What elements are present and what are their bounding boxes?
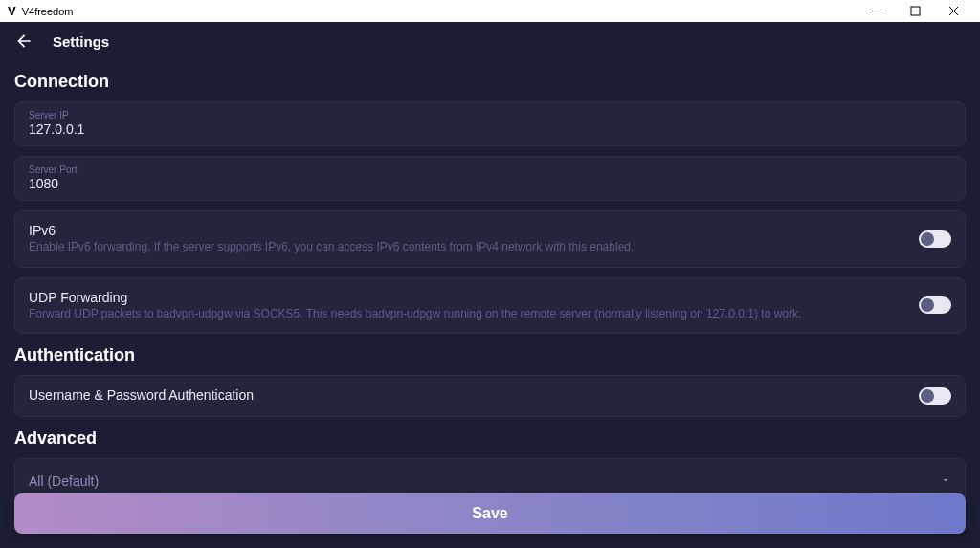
ipv6-title: IPv6 — [29, 223, 907, 238]
ipv6-row: IPv6 Enable IPv6 forwarding. If the serv… — [14, 210, 966, 268]
server-port-label: Server Port — [29, 164, 951, 175]
section-title-connection: Connection — [14, 72, 966, 92]
userpass-auth-title: Username & Password Authentication — [29, 387, 907, 403]
page-title: Settings — [53, 33, 109, 50]
minimize-button[interactable] — [858, 0, 896, 22]
maximize-button[interactable] — [896, 0, 934, 22]
app-title: V4freedom — [22, 6, 858, 17]
server-ip-label: Server IP — [29, 110, 951, 121]
svg-rect-0 — [911, 7, 920, 15]
userpass-auth-toggle[interactable] — [919, 387, 951, 405]
server-ip-field[interactable]: Server IP — [14, 101, 966, 146]
save-button[interactable]: Save — [14, 493, 966, 534]
server-port-input[interactable] — [29, 176, 951, 191]
save-bar: Save — [14, 493, 966, 534]
userpass-auth-row: Username & Password Authentication — [14, 375, 966, 417]
window-title-bar: V V4freedom — [0, 0, 980, 22]
back-button[interactable] — [14, 32, 33, 51]
close-button[interactable] — [934, 0, 972, 22]
server-ip-input[interactable] — [29, 121, 951, 137]
ipv6-toggle[interactable] — [919, 230, 951, 248]
content: Connection Server IP Server Port IPv6 En… — [0, 72, 980, 548]
udp-forwarding-description: Forward UDP packets to badvpn-udpgw via … — [29, 307, 907, 322]
section-title-advanced: Advanced — [14, 428, 966, 449]
window-controls — [858, 0, 972, 22]
app-logo: V — [8, 4, 16, 18]
server-port-field[interactable]: Server Port — [14, 156, 966, 201]
udp-forwarding-toggle[interactable] — [919, 296, 951, 314]
chevron-down-icon — [940, 472, 951, 490]
ipv6-description: Enable IPv6 forwarding. If the server su… — [29, 240, 907, 255]
section-title-authentication: Authentication — [14, 345, 966, 365]
app-header: Settings — [0, 22, 980, 60]
advanced-select-value: All (Default) — [29, 473, 99, 489]
udp-forwarding-row: UDP Forwarding Forward UDP packets to ba… — [14, 277, 966, 335]
udp-forwarding-title: UDP Forwarding — [29, 290, 907, 305]
